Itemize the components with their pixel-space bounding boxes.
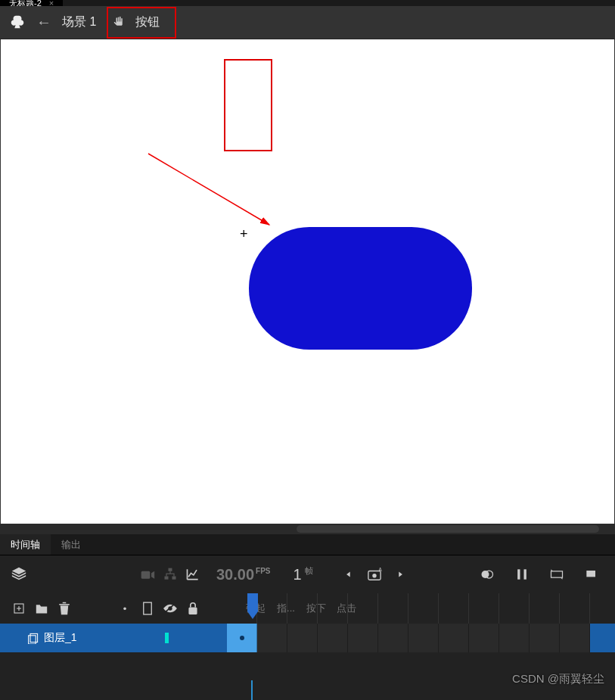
canvas-hscrollbar[interactable] [0,524,615,534]
frame-header-cell[interactable] [318,593,348,624]
frame-cell[interactable] [318,624,348,652]
svg-rect-10 [517,569,520,579]
canvas[interactable]: + [0,39,615,524]
frame-value: 1 [294,566,302,583]
registration-point: + [240,226,248,242]
trash-icon[interactable] [53,601,76,616]
frame-cell[interactable] [378,624,408,652]
watermark: CSDN @雨翼轻尘 [512,672,604,686]
document-tab[interactable]: 无标题-2 × [0,0,63,6]
prev-icon[interactable] [336,569,362,580]
frame-cell[interactable] [348,624,378,652]
frame-header-cell[interactable] [287,593,318,624]
fps-label: FPS [256,567,270,575]
dot-icon[interactable]: • [113,603,136,614]
panel-tabs: 时间轴 输出 [0,534,615,555]
frame-header-cell[interactable] [378,593,408,624]
tab-timeline[interactable]: 时间轴 [0,534,51,555]
hand-icon [113,16,126,30]
next-icon[interactable] [387,569,413,580]
frame-header-cell[interactable] [348,593,378,624]
svg-rect-12 [551,571,563,577]
visibility-icon[interactable] [159,602,182,614]
frame-header-cell[interactable] [408,593,439,624]
frame-header-cell[interactable] [530,593,560,624]
frame-header-cell[interactable] [469,593,499,624]
layer-header-row: • 弹起 指... 按下 点击 [0,593,615,624]
layer-highlight-indicator [165,633,169,643]
frame-header-cell[interactable] [499,593,530,624]
svg-point-6 [372,574,376,577]
frame-header-cell[interactable] [439,593,469,624]
graph-icon[interactable] [182,567,204,582]
breadcrumb-button-highlight: 按钮 [107,7,176,39]
playhead[interactable] [245,593,260,622]
frame-label: 帧 [305,566,313,575]
layers-icon[interactable] [8,566,30,583]
back-arrow-icon[interactable]: ← [36,14,51,31]
frame-cell[interactable] [469,624,499,652]
folder-icon[interactable] [30,602,53,614]
frame-cell[interactable] [287,624,318,652]
canvas-shape-rounded-rect[interactable] [249,227,472,350]
keyframe-cell[interactable] [227,624,257,652]
svg-rect-19 [29,636,36,644]
frame-cell[interactable] [499,624,530,652]
svg-rect-3 [165,577,169,580]
keyframe-camera-icon[interactable]: A [362,568,387,581]
onion-skin-icon[interactable] [474,567,500,582]
annotation-arrow [141,149,292,255]
span-icon[interactable] [509,567,535,582]
playhead-line [251,680,253,700]
svg-rect-13 [586,571,595,577]
frame-cell[interactable] [408,624,439,652]
svg-rect-4 [172,577,176,580]
svg-rect-1 [141,571,151,579]
document-tabs: 无标题-2 × [0,0,615,6]
svg-rect-11 [524,569,526,579]
frame-cell[interactable] [530,624,560,652]
svg-rect-18 [30,633,38,642]
new-layer-icon[interactable] [8,602,30,615]
frame-cell[interactable] [257,624,287,652]
breadcrumb-button[interactable]: 按钮 [135,14,160,30]
frame-header-cell[interactable] [560,593,590,624]
frame-cell[interactable] [439,624,469,652]
frame-ruler[interactable] [227,593,590,624]
frame-icon[interactable] [136,601,159,616]
layer-frames[interactable] [227,624,590,652]
tab-output[interactable]: 输出 [51,534,92,555]
club-icon[interactable] [9,14,26,31]
frame-number[interactable]: 1帧 [294,565,313,583]
scrollbar-thumb[interactable] [297,525,599,533]
lock-icon[interactable] [182,601,204,616]
camera-icon[interactable] [136,568,159,580]
svg-rect-15 [144,602,152,614]
layer-row[interactable]: 图层_1 [0,624,615,652]
page-icon [26,632,41,644]
loop-icon[interactable] [544,567,570,582]
frame-cell[interactable] [560,624,590,652]
svg-rect-17 [188,607,197,614]
svg-rect-2 [169,568,172,571]
svg-text:A: A [378,568,382,572]
fps-value: 30.00 [216,566,254,583]
timeline-controls: 30.00FPS 1帧 A [0,555,615,593]
marker-icon[interactable] [579,567,604,582]
hierarchy-icon[interactable] [159,567,182,582]
breadcrumb-bar: ← 场景 1 按钮 [0,6,615,39]
svg-line-0 [148,154,269,225]
close-icon[interactable]: × [49,0,54,6]
frame-header-cell[interactable] [257,593,287,624]
fps-display[interactable]: 30.00FPS [216,566,271,583]
layer-name[interactable]: 图层_1 [44,631,77,645]
document-tab-title: 无标题-2 [9,0,42,6]
breadcrumb-scene[interactable]: 场景 1 [62,14,96,30]
